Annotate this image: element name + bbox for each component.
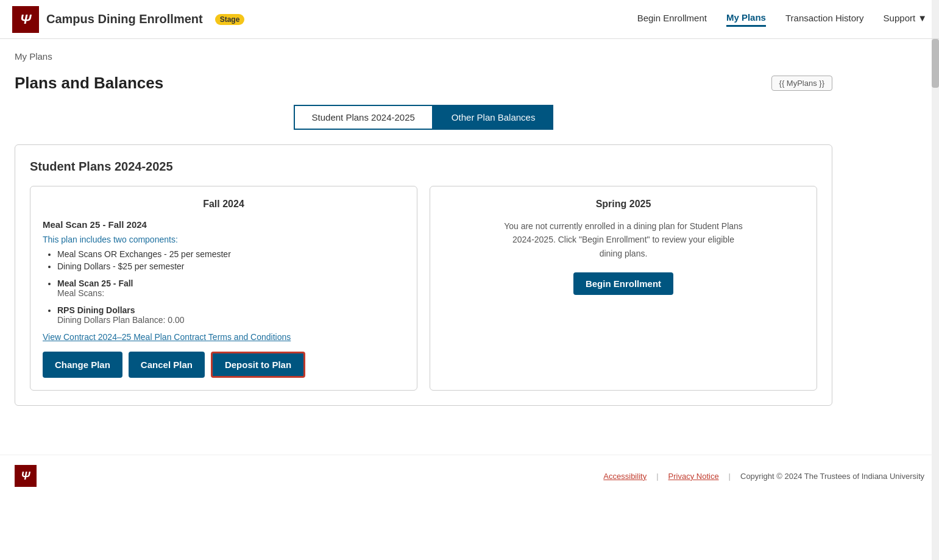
footer-copyright: Copyright © 2024 The Trustees of Indiana… — [740, 472, 924, 481]
change-plan-button[interactable]: Change Plan — [43, 352, 122, 378]
meal-scan-label: Meal Scan 25 - Fall — [57, 278, 133, 288]
meal-scan-subsection: Meal Scan 25 - Fall Meal Scans: — [43, 278, 405, 298]
dining-dollars-subsection: RPS Dining Dollars Dining Dollars Plan B… — [43, 305, 405, 325]
tab-other-plan-balances[interactable]: Other Plan Balances — [433, 105, 554, 130]
section-header: Plans and Balances {{ MyPlans }} — [15, 74, 832, 93]
plans-grid: Fall 2024 Meal Scan 25 - Fall 2024 This … — [30, 186, 817, 391]
footer: Ψ Accessibility | Privacy Notice | Copyr… — [0, 455, 939, 497]
begin-enrollment-button[interactable]: Begin Enrollment — [573, 272, 673, 295]
scrollbar-thumb[interactable] — [932, 39, 939, 88]
header-logo: Ψ Campus Dining Enrollment Stage — [12, 6, 244, 33]
fall-heading: Fall 2024 — [43, 199, 405, 210]
component-2: Dining Dollars - $25 per semester — [57, 261, 405, 271]
fall-plan-desc: This plan includes two components: — [43, 235, 405, 244]
deposit-to-plan-button[interactable]: Deposit to Plan — [211, 352, 305, 378]
app-title: Campus Dining Enrollment — [46, 12, 203, 26]
footer-accessibility-link[interactable]: Accessibility — [603, 472, 647, 481]
nav-my-plans[interactable]: My Plans — [726, 12, 766, 27]
nav-transaction-history[interactable]: Transaction History — [785, 13, 864, 26]
iu-logo-icon: Ψ — [12, 6, 39, 33]
section-title: Plans and Balances — [15, 74, 163, 93]
nav-support[interactable]: Support ▼ — [884, 13, 927, 26]
cancel-plan-button[interactable]: Cancel Plan — [129, 352, 205, 378]
footer-logo-icon: Ψ — [15, 465, 37, 487]
fall-plan-name: Meal Scan 25 - Fall 2024 — [43, 219, 405, 230]
page-content: My Plans Plans and Balances {{ MyPlans }… — [0, 39, 847, 430]
student-plans-card-title: Student Plans 2024-2025 — [30, 160, 817, 174]
dining-dollars-label: RPS Dining Dollars — [57, 305, 135, 315]
scrollbar[interactable] — [932, 0, 939, 497]
chevron-down-icon: ▼ — [918, 13, 927, 23]
student-plans-card: Student Plans 2024-2025 Fall 2024 Meal S… — [15, 144, 832, 406]
component-1: Meal Scans OR Exchanges - 25 per semeste… — [57, 249, 405, 259]
spring-heading: Spring 2025 — [596, 199, 651, 210]
contract-link[interactable]: View Contract 2024–25 Meal Plan Contract… — [43, 332, 405, 342]
spring-message: You are not currently enrolled in a dini… — [501, 219, 745, 260]
main-nav: Begin Enrollment My Plans Transaction Hi… — [637, 12, 927, 27]
footer-privacy-notice-link[interactable]: Privacy Notice — [668, 472, 719, 481]
fall-plan-actions: Change Plan Cancel Plan Deposit to Plan — [43, 352, 405, 378]
fall-plan-components: Meal Scans OR Exchanges - 25 per semeste… — [43, 249, 405, 271]
tab-student-plans[interactable]: Student Plans 2024-2025 — [294, 105, 433, 130]
spring-plan-card: Spring 2025 You are not currently enroll… — [430, 186, 817, 391]
page-subtitle: My Plans — [15, 51, 832, 62]
stage-badge: Stage — [215, 14, 245, 25]
header: Ψ Campus Dining Enrollment Stage Begin E… — [0, 0, 939, 39]
myplans-badge: {{ MyPlans }} — [771, 76, 832, 91]
tab-row: Student Plans 2024-2025 Other Plan Balan… — [15, 105, 832, 130]
nav-begin-enrollment[interactable]: Begin Enrollment — [637, 13, 707, 26]
dining-dollars-sub: Dining Dollars Plan Balance: 0.00 — [57, 315, 185, 325]
meal-scan-sub: Meal Scans: — [57, 288, 104, 298]
fall-plan-card: Fall 2024 Meal Scan 25 - Fall 2024 This … — [30, 186, 417, 391]
